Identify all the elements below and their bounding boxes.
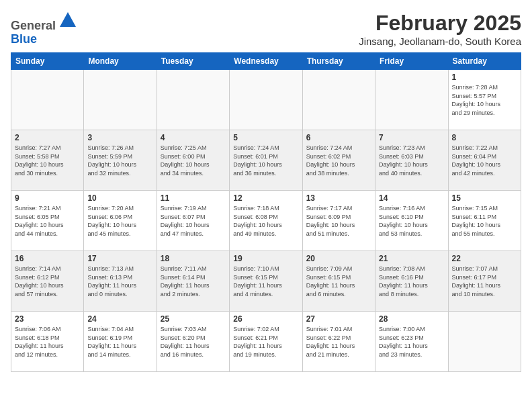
calendar-cell: 25Sunrise: 7:03 AM Sunset: 6:20 PM Dayli… <box>157 312 229 372</box>
calendar-cell: 2Sunrise: 7:27 AM Sunset: 5:58 PM Daylig… <box>11 130 84 191</box>
day-info: Sunrise: 7:21 AM Sunset: 6:05 PM Dayligh… <box>15 204 80 238</box>
calendar-cell: 27Sunrise: 7:01 AM Sunset: 6:22 PM Dayli… <box>302 312 375 372</box>
day-number: 21 <box>379 254 444 263</box>
calendar-cell <box>448 312 521 372</box>
calendar-cell: 4Sunrise: 7:25 AM Sunset: 6:00 PM Daylig… <box>157 130 229 191</box>
day-number: 18 <box>161 254 226 263</box>
day-number: 12 <box>233 193 298 203</box>
day-info: Sunrise: 7:25 AM Sunset: 6:00 PM Dayligh… <box>161 144 226 177</box>
day-info: Sunrise: 7:24 AM Sunset: 6:02 PM Dayligh… <box>306 144 371 177</box>
day-number: 7 <box>379 133 444 142</box>
calendar-cell <box>375 70 448 130</box>
day-number: 9 <box>15 193 80 203</box>
day-number: 6 <box>306 133 371 142</box>
calendar-cell: 20Sunrise: 7:09 AM Sunset: 6:15 PM Dayli… <box>302 251 375 312</box>
weekday-header-monday: Monday <box>84 53 157 70</box>
calendar-cell: 13Sunrise: 7:17 AM Sunset: 6:09 PM Dayli… <box>302 191 375 251</box>
calendar-table: SundayMondayTuesdayWednesdayThursdayFrid… <box>11 52 521 372</box>
day-number: 17 <box>87 254 152 263</box>
calendar-cell: 11Sunrise: 7:19 AM Sunset: 6:07 PM Dayli… <box>157 191 229 251</box>
calendar-cell: 6Sunrise: 7:24 AM Sunset: 6:02 PM Daylig… <box>302 130 375 191</box>
day-number: 22 <box>452 254 517 263</box>
weekday-header-sunday: Sunday <box>11 53 84 70</box>
calendar-cell: 28Sunrise: 7:00 AM Sunset: 6:23 PM Dayli… <box>375 312 448 372</box>
day-number: 16 <box>15 254 80 263</box>
day-info: Sunrise: 7:14 AM Sunset: 6:12 PM Dayligh… <box>15 265 80 298</box>
calendar-week-row: 2Sunrise: 7:27 AM Sunset: 5:58 PM Daylig… <box>11 130 521 191</box>
day-info: Sunrise: 7:09 AM Sunset: 6:15 PM Dayligh… <box>306 265 371 298</box>
calendar-cell: 12Sunrise: 7:18 AM Sunset: 6:08 PM Dayli… <box>230 191 302 251</box>
day-number: 20 <box>306 254 371 263</box>
calendar-cell: 17Sunrise: 7:13 AM Sunset: 6:13 PM Dayli… <box>84 251 157 312</box>
day-info: Sunrise: 7:27 AM Sunset: 5:58 PM Dayligh… <box>15 144 80 177</box>
day-info: Sunrise: 7:13 AM Sunset: 6:13 PM Dayligh… <box>87 265 152 298</box>
day-number: 2 <box>15 133 80 142</box>
calendar-cell: 10Sunrise: 7:20 AM Sunset: 6:06 PM Dayli… <box>84 191 157 251</box>
day-info: Sunrise: 7:02 AM Sunset: 6:21 PM Dayligh… <box>233 325 298 359</box>
calendar-cell: 9Sunrise: 7:21 AM Sunset: 6:05 PM Daylig… <box>11 191 84 251</box>
logo: General Blue <box>11 11 77 46</box>
weekday-header-friday: Friday <box>375 53 448 70</box>
calendar-cell <box>157 70 229 130</box>
day-info: Sunrise: 7:17 AM Sunset: 6:09 PM Dayligh… <box>306 204 371 238</box>
svg-marker-0 <box>60 12 76 27</box>
day-number: 1 <box>452 73 517 82</box>
month-title: February 2025 <box>359 11 521 36</box>
day-number: 27 <box>306 314 371 324</box>
day-number: 19 <box>233 254 298 263</box>
day-info: Sunrise: 7:20 AM Sunset: 6:06 PM Dayligh… <box>87 204 152 238</box>
weekday-header-saturday: Saturday <box>448 53 521 70</box>
calendar-week-row: 1Sunrise: 7:28 AM Sunset: 5:57 PM Daylig… <box>11 70 521 130</box>
day-info: Sunrise: 7:10 AM Sunset: 6:15 PM Dayligh… <box>233 265 298 298</box>
day-number: 11 <box>161 193 226 203</box>
logo-icon <box>58 11 77 30</box>
calendar-cell <box>84 70 157 130</box>
day-number: 5 <box>233 133 298 142</box>
day-info: Sunrise: 7:03 AM Sunset: 6:20 PM Dayligh… <box>161 325 226 359</box>
logo-general: General <box>11 19 56 32</box>
calendar-cell: 16Sunrise: 7:14 AM Sunset: 6:12 PM Dayli… <box>11 251 84 312</box>
day-number: 26 <box>233 314 298 324</box>
day-number: 23 <box>15 314 80 324</box>
day-info: Sunrise: 7:06 AM Sunset: 6:18 PM Dayligh… <box>15 325 80 359</box>
calendar-cell: 1Sunrise: 7:28 AM Sunset: 5:57 PM Daylig… <box>448 70 521 130</box>
day-number: 14 <box>379 193 444 203</box>
calendar-cell: 18Sunrise: 7:11 AM Sunset: 6:14 PM Dayli… <box>157 251 229 312</box>
day-number: 28 <box>379 314 444 324</box>
day-info: Sunrise: 7:24 AM Sunset: 6:01 PM Dayligh… <box>233 144 298 177</box>
page-header: General Blue February 2025 Jinsang, Jeol… <box>11 11 521 47</box>
day-number: 8 <box>452 133 517 142</box>
calendar-cell: 23Sunrise: 7:06 AM Sunset: 6:18 PM Dayli… <box>11 312 84 372</box>
day-info: Sunrise: 7:23 AM Sunset: 6:03 PM Dayligh… <box>379 144 444 177</box>
calendar-cell: 5Sunrise: 7:24 AM Sunset: 6:01 PM Daylig… <box>230 130 302 191</box>
day-info: Sunrise: 7:08 AM Sunset: 6:16 PM Dayligh… <box>379 265 444 298</box>
calendar-week-row: 23Sunrise: 7:06 AM Sunset: 6:18 PM Dayli… <box>11 312 521 372</box>
calendar-cell: 3Sunrise: 7:26 AM Sunset: 5:59 PM Daylig… <box>84 130 157 191</box>
calendar-cell: 26Sunrise: 7:02 AM Sunset: 6:21 PM Dayli… <box>230 312 302 372</box>
day-info: Sunrise: 7:28 AM Sunset: 5:57 PM Dayligh… <box>452 83 517 117</box>
weekday-header-wednesday: Wednesday <box>230 53 302 70</box>
day-info: Sunrise: 7:26 AM Sunset: 5:59 PM Dayligh… <box>87 144 152 177</box>
calendar-cell: 7Sunrise: 7:23 AM Sunset: 6:03 PM Daylig… <box>375 130 448 191</box>
calendar-week-row: 16Sunrise: 7:14 AM Sunset: 6:12 PM Dayli… <box>11 251 521 312</box>
day-number: 13 <box>306 193 371 203</box>
calendar-cell <box>302 70 375 130</box>
logo-blue: Blue <box>11 32 37 46</box>
calendar-cell: 14Sunrise: 7:16 AM Sunset: 6:10 PM Dayli… <box>375 191 448 251</box>
day-info: Sunrise: 7:18 AM Sunset: 6:08 PM Dayligh… <box>233 204 298 238</box>
calendar-week-row: 9Sunrise: 7:21 AM Sunset: 6:05 PM Daylig… <box>11 191 521 251</box>
day-number: 10 <box>87 193 152 203</box>
day-info: Sunrise: 7:11 AM Sunset: 6:14 PM Dayligh… <box>161 265 226 298</box>
day-info: Sunrise: 7:04 AM Sunset: 6:19 PM Dayligh… <box>87 325 152 359</box>
calendar-cell: 19Sunrise: 7:10 AM Sunset: 6:15 PM Dayli… <box>230 251 302 312</box>
day-info: Sunrise: 7:00 AM Sunset: 6:23 PM Dayligh… <box>379 325 444 359</box>
day-number: 24 <box>87 314 152 324</box>
calendar-cell: 15Sunrise: 7:15 AM Sunset: 6:11 PM Dayli… <box>448 191 521 251</box>
title-block: February 2025 Jinsang, Jeollanam-do, Sou… <box>359 11 521 47</box>
day-info: Sunrise: 7:01 AM Sunset: 6:22 PM Dayligh… <box>306 325 371 359</box>
day-number: 3 <box>87 133 152 142</box>
location: Jinsang, Jeollanam-do, South Korea <box>359 36 521 47</box>
day-number: 4 <box>161 133 226 142</box>
day-info: Sunrise: 7:22 AM Sunset: 6:04 PM Dayligh… <box>452 144 517 177</box>
day-info: Sunrise: 7:16 AM Sunset: 6:10 PM Dayligh… <box>379 204 444 238</box>
